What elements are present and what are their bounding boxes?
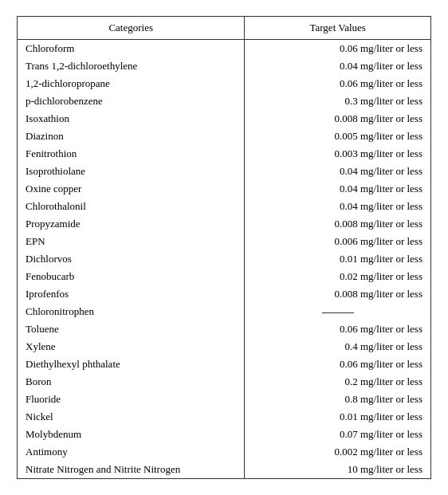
value-cell: 0.002 mg/liter or less [245, 443, 430, 461]
category-cell: Fenitrothion [18, 145, 245, 163]
table-row: Fenobucarb0.02 mg/liter or less [18, 268, 430, 285]
data-table: Categories Target Values Chloroform0.06 … [18, 17, 430, 478]
table-row: Isoprothiolane0.04 mg/liter or less [18, 163, 430, 180]
value-cell: 0.04 mg/liter or less [245, 180, 430, 198]
table-row: Antimony0.002 mg/liter or less [18, 443, 430, 461]
category-cell: Isoprothiolane [18, 163, 245, 180]
category-cell: Diazinon [18, 128, 245, 145]
table-row: Chloronitrophen [18, 303, 430, 320]
value-cell: 0.4 mg/liter or less [245, 338, 430, 356]
value-cell: 0.02 mg/liter or less [245, 268, 430, 285]
value-cell: 0.008 mg/liter or less [245, 285, 430, 303]
value-cell: 0.006 mg/liter or less [245, 233, 430, 250]
table-row: Isoxathion0.008 mg/liter or less [18, 110, 430, 128]
category-cell: Chloroform [18, 40, 245, 58]
table-row: Oxine copper0.04 mg/liter or less [18, 180, 430, 198]
table-row: Fenitrothion0.003 mg/liter or less [18, 145, 430, 163]
category-cell: Fenobucarb [18, 268, 245, 285]
category-cell: Isoxathion [18, 110, 245, 128]
category-cell: Diethylhexyl phthalate [18, 356, 245, 373]
table-row: Nitrate Nitrogen and Nitrite Nitrogen10 … [18, 461, 430, 478]
value-cell: 10 mg/liter or less [245, 461, 430, 478]
category-cell: Boron [18, 373, 245, 391]
value-cell: 0.008 mg/liter or less [245, 110, 430, 128]
value-cell: 0.003 mg/liter or less [245, 145, 430, 163]
table-row: Trans 1,2-dichloroethylene0.04 mg/liter … [18, 57, 430, 75]
value-cell: 0.04 mg/liter or less [245, 163, 430, 180]
value-cell: 0.06 mg/liter or less [245, 356, 430, 373]
table-row: Chlorothalonil0.04 mg/liter or less [18, 198, 430, 215]
category-cell: Chloronitrophen [18, 303, 245, 320]
table-row: p-dichlorobenzene0.3 mg/liter or less [18, 92, 430, 110]
value-cell: 0.04 mg/liter or less [245, 198, 430, 215]
category-cell: Xylene [18, 338, 245, 356]
table-row: EPN0.006 mg/liter or less [18, 233, 430, 250]
table-row: Diazinon0.005 mg/liter or less [18, 128, 430, 145]
value-cell: 0.2 mg/liter or less [245, 373, 430, 391]
category-cell: EPN [18, 233, 245, 250]
category-cell: Molybdenum [18, 426, 245, 443]
table-row: Molybdenum0.07 mg/liter or less [18, 426, 430, 443]
table-row: Iprofenfos0.008 mg/liter or less [18, 285, 430, 303]
table-row: Boron0.2 mg/liter or less [18, 373, 430, 391]
value-cell: 0.06 mg/liter or less [245, 40, 430, 58]
table-row: Toluene0.06 mg/liter or less [18, 320, 430, 338]
table-row: Xylene0.4 mg/liter or less [18, 338, 430, 356]
value-cell: 0.01 mg/liter or less [245, 250, 430, 268]
value-cell: 0.06 mg/liter or less [245, 320, 430, 338]
category-cell: Fluoride [18, 391, 245, 408]
header-target-values: Target Values [245, 17, 430, 40]
category-cell: Antimony [18, 443, 245, 461]
table-row: Nickel0.01 mg/liter or less [18, 408, 430, 426]
category-cell: Oxine copper [18, 180, 245, 198]
table-row: Chloroform0.06 mg/liter or less [18, 40, 430, 58]
table-row: 1,2-dichloropropane0.06 mg/liter or less [18, 75, 430, 92]
category-cell: Iprofenfos [18, 285, 245, 303]
table-row: Propyzamide0.008 mg/liter or less [18, 215, 430, 233]
category-cell: p-dichlorobenzene [18, 92, 245, 110]
header-categories: Categories [18, 17, 245, 40]
value-cell: 0.005 mg/liter or less [245, 128, 430, 145]
value-cell: 0.3 mg/liter or less [245, 92, 430, 110]
main-table-container: Categories Target Values Chloroform0.06 … [17, 16, 431, 479]
value-cell: 0.008 mg/liter or less [245, 215, 430, 233]
value-cell: 0.01 mg/liter or less [245, 408, 430, 426]
category-cell: Nickel [18, 408, 245, 426]
category-cell: Dichlorvos [18, 250, 245, 268]
category-cell: Nitrate Nitrogen and Nitrite Nitrogen [18, 461, 245, 478]
value-cell: 0.06 mg/liter or less [245, 75, 430, 92]
value-cell [245, 303, 430, 320]
category-cell: Trans 1,2-dichloroethylene [18, 57, 245, 75]
category-cell: Propyzamide [18, 215, 245, 233]
table-row: Diethylhexyl phthalate0.06 mg/liter or l… [18, 356, 430, 373]
table-row: Dichlorvos0.01 mg/liter or less [18, 250, 430, 268]
value-cell: 0.07 mg/liter or less [245, 426, 430, 443]
category-cell: Chlorothalonil [18, 198, 245, 215]
table-row: Fluoride0.8 mg/liter or less [18, 391, 430, 408]
value-cell: 0.8 mg/liter or less [245, 391, 430, 408]
category-cell: 1,2-dichloropropane [18, 75, 245, 92]
value-cell: 0.04 mg/liter or less [245, 57, 430, 75]
category-cell: Toluene [18, 320, 245, 338]
